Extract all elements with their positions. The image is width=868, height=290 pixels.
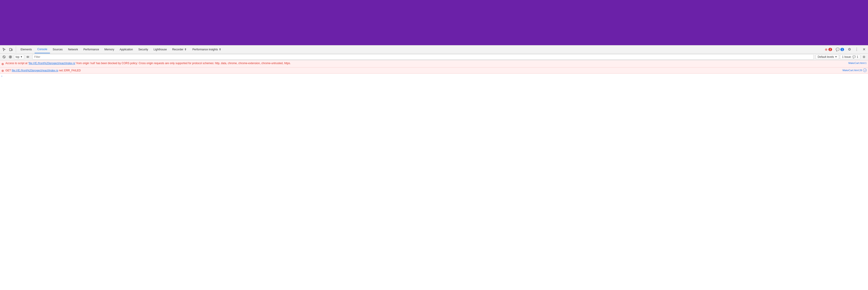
tab-sources[interactable]: Sources (50, 45, 65, 53)
tab-elements[interactable]: Elements (18, 45, 35, 53)
console-error-cors: ⊗ Access to script at 'file:///E:/front%… (0, 60, 868, 67)
prompt-chevron-icon: › (1, 74, 2, 78)
message-count-badge: 1 (840, 48, 844, 51)
chevron-down-icon: ▼ (20, 56, 23, 58)
tab-performance-insights[interactable]: Performance insights 🎙 (190, 45, 224, 53)
svg-point-2 (10, 50, 11, 51)
console-toolbar: top ▼ Default levels ▼ 1 Issue: 💬 1 ⚙ (0, 54, 868, 60)
issue-label: 1 Issue: (842, 55, 851, 59)
context-label: top (16, 55, 20, 59)
svg-line-4 (3, 56, 5, 58)
clear-console-button[interactable] (1, 54, 7, 60)
devtools-tab-bar: Elements Console Sources Network Perform… (0, 45, 868, 54)
settings-button[interactable]: ⚙ (846, 46, 852, 53)
device-toggle-button[interactable] (8, 46, 14, 53)
devtools-icon-buttons (1, 46, 16, 53)
console-error-net: ⊗ GET file:///E:/front%20progect/react/i… (0, 67, 868, 74)
console-settings-button[interactable]: ⚙ (861, 54, 867, 60)
more-tools-button[interactable]: ⋮ (854, 46, 860, 53)
navigate-icon: ↗ (863, 68, 867, 72)
devtools-panel: Elements Console Sources Network Perform… (0, 45, 868, 105)
error-link-2[interactable]: file:///E:/front%20progect/react/index.j… (12, 69, 58, 72)
error-x-icon: ⊗ (825, 47, 828, 51)
error-link-1[interactable]: file:///E:/front%20progect/react/index.j… (29, 62, 75, 65)
chevron-down-icon-levels: ▼ (835, 56, 837, 58)
error-text-1: Access to script at 'file:///E:/front%20… (5, 61, 846, 65)
close-devtools-button[interactable]: ✕ (861, 46, 867, 53)
default-levels-button[interactable]: Default levels ▼ (815, 55, 839, 59)
page-background (0, 0, 868, 45)
tab-performance[interactable]: Performance (81, 45, 102, 53)
eye-toggle-button[interactable] (25, 54, 31, 60)
error-icon-2: ⊗ (1, 69, 4, 72)
error-icon-1: ⊗ (1, 62, 4, 66)
error-count-badge: 2 (829, 48, 832, 51)
tab-application[interactable]: Application (117, 45, 135, 53)
tab-network[interactable]: Network (65, 45, 81, 53)
error-count-button[interactable]: ⊗ 2 (824, 47, 833, 52)
svg-rect-6 (10, 56, 11, 57)
message-count-button[interactable]: 💬 1 (834, 47, 845, 52)
stop-log-button[interactable] (8, 54, 13, 60)
error-source-1[interactable]: MakeCart.html:1 (848, 61, 867, 65)
tab-lighthouse[interactable]: Lighthouse (151, 45, 169, 53)
issue-count: 1 (857, 55, 858, 59)
devtools-tab-right-actions: ⊗ 2 💬 1 ⚙ ⋮ ✕ (824, 46, 867, 53)
tab-console[interactable]: Console (35, 45, 50, 53)
error-source-2[interactable]: MakeCart.html:26 ↗ (842, 68, 867, 72)
tab-memory[interactable]: Memory (102, 45, 117, 53)
devtools-tabs: Elements Console Sources Network Perform… (18, 45, 824, 53)
error-text-2: GET file:///E:/front%20progect/react/ind… (5, 69, 841, 72)
inspect-element-button[interactable] (1, 46, 7, 53)
message-icon: 💬 (836, 47, 839, 51)
svg-point-8 (27, 57, 28, 57)
issues-count-button[interactable]: 1 Issue: 💬 1 (840, 55, 860, 59)
recorder-icon: 🎙 (184, 48, 187, 51)
issue-bubble-icon: 💬 (852, 55, 856, 59)
performance-insights-icon: 🎙 (219, 48, 221, 51)
filter-input[interactable] (32, 54, 814, 60)
tab-recorder[interactable]: Recorder 🎙 (169, 45, 190, 53)
tab-security[interactable]: Security (135, 45, 151, 53)
svg-rect-1 (11, 49, 12, 51)
context-selector[interactable]: top ▼ (14, 55, 24, 59)
console-messages-area: ⊗ Access to script at 'file:///E:/front%… (0, 60, 868, 105)
console-prompt-row: › (0, 74, 868, 78)
